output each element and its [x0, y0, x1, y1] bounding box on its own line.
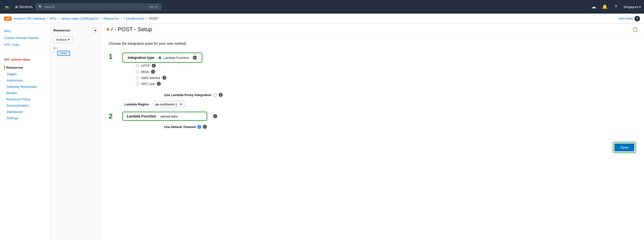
sidebar-item-stages[interactable]: Stages: [0, 71, 50, 77]
notes-icon[interactable]: 📋: [632, 27, 638, 32]
setup-description: Choose the integration point for your ne…: [109, 42, 636, 46]
sidebar-item-dashboard[interactable]: Dashboard: [0, 109, 50, 115]
method-badge-post[interactable]: POST: [57, 51, 70, 56]
main-header: / - POST - Setup 📋: [101, 24, 644, 35]
search-input[interactable]: [45, 5, 146, 9]
upload-icon-button[interactable]: ☁: [590, 3, 597, 10]
radio-http-label: HTTP: [141, 64, 150, 68]
radio-mock-input[interactable]: [136, 70, 139, 73]
breadcrumb-sensor-data[interactable]: sensor-data (u2k8tyaq25): [61, 17, 98, 20]
help-icon-button[interactable]: ?: [612, 3, 619, 10]
sidebar-item-authorizers[interactable]: Authorizers: [0, 77, 50, 84]
radio-lambda-function[interactable]: Lambda Function: [158, 56, 189, 60]
middle-panel-title: Resources: [53, 28, 70, 32]
app-layout: APIs Custom Domain Names VPC Links API: …: [0, 24, 644, 240]
save-button-wrapper: Save: [613, 142, 636, 153]
aws-logo: [3, 4, 12, 10]
proxy-integration-row: Use Lambda Proxy integration i: [164, 93, 636, 97]
save-button[interactable]: Save: [614, 143, 634, 151]
sidebar-section-header: Resources: [0, 64, 50, 71]
region-selector[interactable]: Singapore ▾: [623, 5, 641, 9]
sidebar-item-resource-policy[interactable]: Resource Policy: [0, 96, 50, 102]
chevron-icon[interactable]: ▼: [53, 47, 56, 50]
status-dot: [107, 28, 109, 31]
actions-button[interactable]: Actions ▾: [53, 36, 72, 43]
http-info-icon[interactable]: i: [152, 64, 156, 68]
breadcrumb-app[interactable]: Amazon API Gateway: [14, 17, 45, 20]
step-1-number: 1: [109, 53, 116, 86]
vpc-link-info-icon[interactable]: i: [157, 82, 161, 86]
top-nav: ⊞ Services 🔍 [Alt+S] ☁ 🔔 ? Singapore ▾: [0, 0, 644, 14]
aws-service-info-icon[interactable]: i: [162, 76, 166, 80]
radio-http-input[interactable]: [136, 64, 139, 67]
proxy-label[interactable]: Use Lambda Proxy integration i: [164, 93, 223, 97]
panel-actions-row: Actions ▾: [50, 35, 100, 45]
region-label: Lambda Region: [109, 102, 149, 106]
sidebar: APIs Custom Domain Names VPC Links API: …: [0, 24, 50, 240]
resource-path[interactable]: /: [57, 46, 58, 50]
sidebar-item-models[interactable]: Models: [0, 90, 50, 96]
step-2-number: 2: [109, 112, 116, 120]
sidebar-top-links: APIs Custom Domain Names VPC Links: [0, 24, 50, 50]
save-section: Save: [101, 138, 644, 157]
breadcrumb-help-icon[interactable]: ?: [634, 16, 640, 21]
search-icon: 🔍: [39, 5, 43, 9]
resource-tree: ▼ / POST: [50, 45, 100, 57]
collapse-button[interactable]: ◀: [92, 28, 97, 33]
integration-section: 1 Integration type Lambda Function i: [109, 53, 636, 86]
radio-vpc-link-label: VPC Link: [141, 82, 155, 86]
api-label: API: sensor-data: [0, 55, 50, 63]
region-row: Lambda Region ap-southeast-1 us-east-1 u…: [109, 101, 636, 108]
timeout-row: Use Default Timeout i: [164, 125, 636, 129]
sidebar-section-label: Resources: [6, 66, 23, 69]
integration-type-box: Integration type Lambda Function i: [122, 53, 202, 63]
radio-group: HTTP i Mock i AWS Service i: [136, 64, 202, 86]
radio-aws-service-label: AWS Service: [141, 76, 160, 80]
breadcrumb-resource-id[interactable]: / (xlu9imcvhh): [124, 17, 144, 20]
lambda-function-input[interactable]: [160, 114, 203, 118]
resource-root: ▼ /: [52, 46, 98, 51]
radio-vpc-link[interactable]: VPC Link i: [136, 82, 202, 86]
hide-hints-button[interactable]: Hide hints: [618, 17, 633, 20]
proxy-checkbox[interactable]: [213, 93, 217, 97]
breadcrumb: API Amazon API Gateway | APIs > sensor-d…: [0, 14, 644, 24]
radio-http[interactable]: HTTP i: [136, 64, 202, 68]
timeout-checkbox[interactable]: [198, 125, 201, 129]
sidebar-item-settings[interactable]: Settings: [0, 115, 50, 121]
bell-icon-button[interactable]: 🔔: [601, 3, 608, 10]
breadcrumb-apis[interactable]: APIs: [49, 17, 56, 20]
radio-vpc-link-input[interactable]: [136, 82, 139, 86]
radio-aws-service-input[interactable]: [136, 76, 139, 79]
timeout-info-icon[interactable]: i: [203, 125, 207, 129]
radio-lambda-label: Lambda Function: [164, 56, 189, 60]
proxy-text: Use Lambda Proxy integration: [164, 93, 211, 97]
radio-mock[interactable]: Mock i: [136, 70, 202, 74]
search-bar[interactable]: 🔍 [Alt+S]: [36, 4, 162, 10]
orange-bar: [4, 65, 5, 69]
proxy-info-icon[interactable]: i: [219, 93, 223, 97]
app-name: API Amazon API Gateway: [4, 17, 46, 21]
services-button[interactable]: ⊞ Services: [15, 5, 33, 9]
radio-lambda-input[interactable]: [158, 56, 162, 59]
chevron-down-icon: ▾: [68, 38, 70, 42]
sidebar-item-apis[interactable]: APIs: [0, 28, 50, 34]
search-shortcut: [Alt+S]: [148, 5, 159, 9]
lambda-info-icon[interactable]: i: [213, 114, 217, 118]
sidebar-item-gateway-responses[interactable]: Gateway Responses: [0, 84, 50, 90]
services-label: Services: [19, 5, 33, 9]
middle-panel-header: Resources ◀: [50, 26, 100, 35]
grid-icon: ⊞: [15, 5, 18, 9]
sidebar-item-custom-domain[interactable]: Custom Domain Names: [0, 34, 50, 41]
sidebar-item-documentation[interactable]: Documentation: [0, 102, 50, 109]
mock-info-icon[interactable]: i: [151, 70, 155, 74]
radio-aws-service[interactable]: AWS Service i: [136, 76, 202, 80]
page-title: / - POST - Setup: [111, 26, 152, 33]
lambda-function-label: Lambda Function: [127, 114, 156, 118]
lambda-function-box: Lambda Function: [122, 112, 207, 121]
region-control: ap-southeast-1 us-east-1 us-west-2 eu-we…: [153, 101, 184, 108]
region-select[interactable]: ap-southeast-1 us-east-1 us-west-2 eu-we…: [153, 101, 184, 108]
sidebar-item-vpc-links[interactable]: VPC Links: [0, 41, 50, 48]
integration-type-info-icon[interactable]: i: [193, 56, 197, 60]
breadcrumb-resources[interactable]: Resources: [103, 17, 119, 20]
main-content: / - POST - Setup 📋 Choose the integratio…: [101, 24, 644, 240]
